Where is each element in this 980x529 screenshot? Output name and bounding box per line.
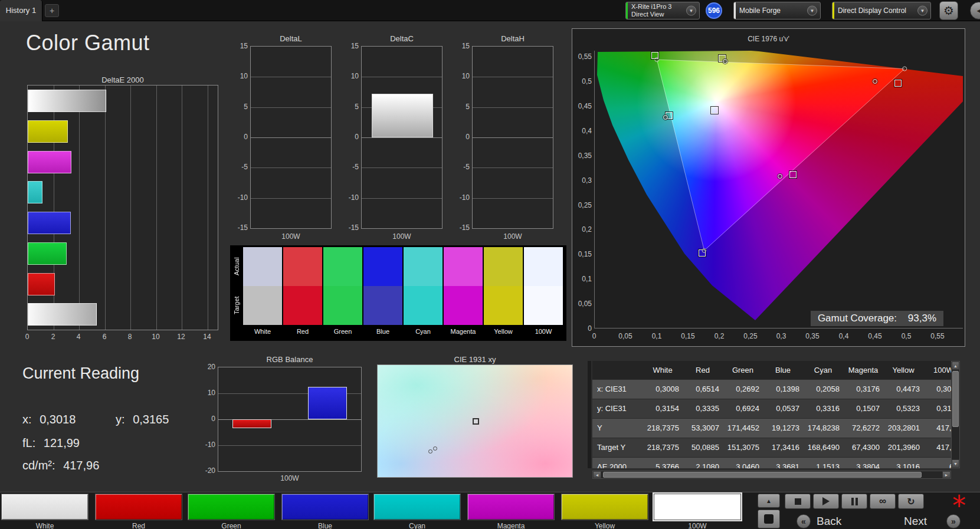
play-button[interactable]	[813, 494, 839, 509]
horizontal-scroll-thumb[interactable]	[603, 472, 922, 478]
gamut-coverage-value: 93,3%	[908, 313, 936, 324]
target-row-label: Target	[231, 286, 242, 325]
pause-button[interactable]	[841, 494, 867, 509]
axis-tick-label: 2	[46, 333, 60, 341]
patch-button-yellow[interactable]	[561, 494, 648, 520]
target-swatch-red	[283, 286, 322, 325]
reading-fl-label: fL:	[22, 436, 35, 449]
measured-dot-yellow	[723, 59, 727, 64]
deltae-chart-title: DeltaE 2000	[27, 75, 218, 84]
axis-tick-label: 12	[174, 333, 188, 341]
table-row[interactable]: Y218,737553,3007171,445219,1273174,82387…	[592, 419, 951, 438]
patch-button-white[interactable]	[1, 494, 89, 520]
table-cell: 0,2058	[803, 380, 843, 399]
reading-y: y: 0,3165	[116, 413, 169, 426]
patch-button-red[interactable]	[95, 494, 182, 520]
actual-swatch-yellow	[484, 247, 523, 286]
delta-chart-deltac: DeltaC151050-5-10-15100W	[343, 33, 461, 245]
reading-cdm2-value: 417,96	[63, 459, 99, 472]
tab-history-1[interactable]: History 1	[0, 0, 42, 21]
table-vertical-scrollbar[interactable]: ▲ ▼	[951, 361, 960, 468]
axis-tick-label: 0,05	[573, 300, 592, 308]
table-cell: 6,1	[923, 458, 951, 468]
next-button[interactable]: Next	[904, 515, 927, 528]
gridline	[251, 77, 331, 77]
page-title: Color Gamut	[26, 31, 150, 55]
panel-expand-button[interactable]: ▲	[758, 494, 780, 508]
gridline	[251, 167, 331, 168]
gear-icon[interactable]: ⚙	[939, 1, 958, 20]
table-cell: 3,0460	[723, 458, 763, 468]
target-marker-red	[894, 80, 902, 87]
table-horizontal-scrollbar[interactable]: ◄ ►	[592, 471, 951, 479]
gridline	[473, 198, 553, 199]
chart-title: DeltaC	[361, 34, 443, 43]
table-row[interactable]: x: CIE310,30080,65140,26920,13980,20580,…	[592, 380, 951, 399]
axis-tick-label: 0	[232, 133, 248, 141]
vertical-scroll-thumb[interactable]	[952, 371, 959, 427]
table-corner-cell	[592, 361, 643, 379]
axis-tick-label: 0,45	[864, 332, 886, 340]
display-control-dropdown[interactable]: Direct Display Control ▼	[832, 2, 931, 19]
swatch-column-label: 100W	[524, 328, 563, 335]
chevron-down-icon[interactable]: ▼	[686, 6, 696, 16]
table-cell: 0,3176	[843, 380, 883, 399]
measured-dot-red	[873, 79, 877, 84]
scroll-right-icon[interactable]: ►	[942, 471, 950, 478]
axis-tick-label: -20	[198, 466, 215, 475]
axis-tick-label: -15	[343, 224, 359, 232]
table-cell: 0,3154	[643, 399, 683, 418]
patch-button-green[interactable]	[188, 494, 275, 520]
target-swatch-yellow	[484, 286, 523, 325]
back-button[interactable]: Back	[817, 515, 841, 528]
axis-tick-label: 0,2	[709, 332, 730, 340]
axis-tick-label: 0	[573, 324, 592, 333]
continuous-read-button[interactable]: ∞	[870, 494, 896, 509]
table-row[interactable]: y: CIE310,31540,33350,69240,05370,33160,…	[592, 399, 951, 419]
patch-button-100w[interactable]	[654, 494, 741, 520]
cie-1931-title: CIE 1931 xy	[377, 355, 573, 364]
gridline	[473, 77, 553, 77]
stop-icon	[795, 498, 801, 505]
rgb-bar-blue	[308, 387, 347, 419]
patch-button-magenta[interactable]	[467, 494, 555, 520]
patch-button-blue[interactable]	[281, 494, 369, 520]
target-swatch-magenta	[444, 286, 483, 325]
chevron-down-icon[interactable]: ▼	[917, 6, 927, 16]
table-row[interactable]: Target Y218,737550,0885151,307517,341616…	[592, 438, 951, 458]
stop-display-button[interactable]	[758, 510, 780, 528]
meter-dropdown[interactable]: X-Rite i1Pro 3Direct View ▼	[625, 2, 700, 19]
axis-tick-label: 0,55	[573, 52, 592, 61]
scroll-down-icon[interactable]: ▼	[952, 459, 959, 468]
gamut-coverage-readout: Gamut Coverage: 93,3%	[811, 311, 943, 326]
table-cell: 3,3804	[843, 458, 883, 468]
gridline	[251, 198, 331, 199]
next-chevron-icon[interactable]: »	[946, 514, 961, 528]
scroll-left-icon[interactable]: ◄	[593, 471, 601, 478]
axis-tick-label: 0	[584, 332, 605, 340]
source-dropdown[interactable]: Mobile Forge ▼	[733, 2, 821, 19]
actual-swatch-100w	[524, 247, 563, 286]
stop-button[interactable]	[785, 494, 811, 509]
pause-icon	[851, 498, 854, 505]
collapse-panel-icon[interactable]: ◄	[970, 2, 980, 19]
reading-x-label: x:	[22, 413, 32, 426]
table-row[interactable]: ΔE 20005,37662,10803,04603,36811,15133,3…	[592, 458, 951, 468]
refresh-button[interactable]: ↻	[898, 494, 924, 509]
table-cell: 0,6514	[683, 380, 723, 399]
scroll-up-icon[interactable]: ▲	[952, 362, 959, 370]
rgb-balance-x-label: 100W	[218, 474, 362, 482]
chevron-down-icon[interactable]: ▼	[807, 6, 817, 16]
patch-button-cyan[interactable]	[373, 494, 461, 520]
gridline	[79, 86, 80, 330]
swatch-column-label: Magenta	[444, 328, 483, 335]
meter-dropdown-label: X-Rite i1Pro 3Direct View	[631, 3, 671, 18]
table-header-row: WhiteRedGreenBlueCyanMagentaYellow100W	[592, 361, 951, 380]
table-cell: 0,3316	[803, 399, 843, 418]
table-cell: 0,4473	[883, 380, 923, 399]
axis-tick-label: 20	[198, 363, 215, 371]
column-header-red: Red	[683, 361, 723, 379]
target-marker-green	[651, 52, 658, 59]
back-chevron-icon[interactable]: «	[797, 514, 811, 528]
add-tab-button[interactable]: +	[45, 4, 59, 17]
